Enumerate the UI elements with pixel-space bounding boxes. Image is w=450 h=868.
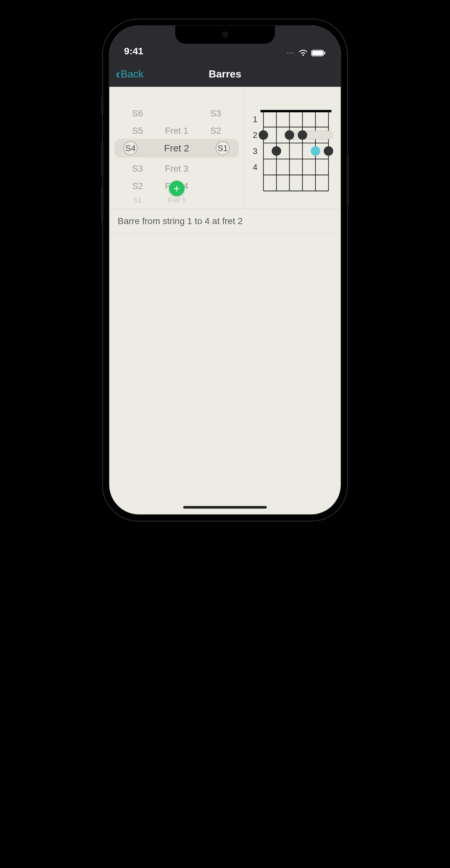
home-indicator[interactable] [183,506,267,508]
picker-left-1: S5 [125,126,151,136]
chord-diagram: 1234 [247,103,335,197]
nav-bar: ‹ Back Barres [109,61,341,87]
top-area: S4 S6 S3 S5 Fret 1 [109,87,341,209]
picker-from-string: S4 [123,141,137,155]
picker-center-1: Fret 1 [151,126,203,136]
back-button[interactable]: ‹ Back [116,67,143,81]
status-time: 9:41 [124,45,143,57]
camera-icon [222,31,228,37]
picker-left-0: S6 [125,108,151,119]
svg-rect-2 [324,52,325,54]
picker-left-b2: S1 [125,196,151,205]
picker-center-b0: Fret 3 [151,164,203,174]
power-button[interactable] [347,154,349,206]
screen: 9:41 •••• ‹ Back Barres [109,26,341,515]
barre-row[interactable]: Barre from string 1 to 4 at fret 2 [109,209,341,234]
silence-switch[interactable] [101,96,103,115]
barre-row-label: Barre from string 1 to 4 at fret 2 [118,216,243,226]
picker-fret: Fret 2 [164,143,189,154]
svg-point-21 [285,130,294,140]
svg-point-24 [311,146,320,156]
svg-text:4: 4 [253,163,257,172]
phone-frame: 9:41 •••• ‹ Back Barres [103,19,347,521]
picker-center-b2: Fret 5 [151,196,203,205]
picker-selected-row: S4 Fret 2 S1 [115,139,239,157]
barre-picker[interactable]: S4 S6 S3 S5 Fret 1 [109,87,244,209]
svg-text:3: 3 [253,147,257,156]
cellular-dots-icon: •••• [287,51,295,55]
picker-to-string: S1 [216,141,230,155]
svg-point-23 [271,146,281,156]
page-title: Barres [208,68,241,80]
chord-diagram-panel: 1234 [244,87,341,209]
volume-up-button[interactable] [101,142,103,177]
chevron-left-icon: ‹ [116,67,120,81]
svg-text:2: 2 [253,130,257,140]
svg-rect-1 [312,51,323,55]
svg-point-20 [259,130,268,140]
picker-left-b1: S2 [125,181,151,191]
picker-left-b0: S3 [125,164,151,174]
plus-icon: + [173,182,180,195]
wifi-icon [298,50,308,57]
back-label: Back [121,68,143,80]
battery-icon [311,50,326,57]
picker-right-1: S2 [203,126,228,136]
picker-right-0: S3 [203,108,228,119]
svg-point-22 [298,130,307,140]
svg-text:1: 1 [253,115,257,124]
notch [175,26,275,44]
volume-down-button[interactable] [101,186,103,222]
picker-right-xfar: S4 [203,96,228,100]
svg-point-25 [324,146,333,156]
add-barre-button[interactable]: + [169,181,185,196]
